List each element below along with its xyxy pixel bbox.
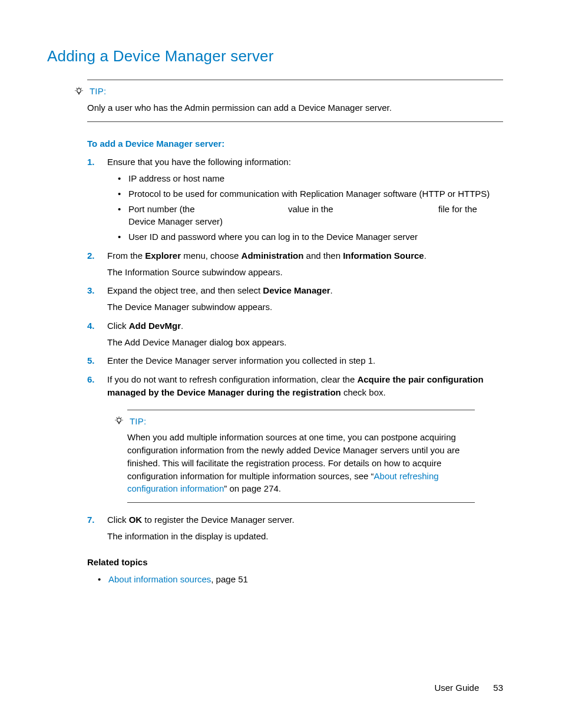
tip-header: TIP:	[87, 85, 503, 98]
page-title: Adding a Device Manager server	[47, 47, 509, 65]
bullet-port: Port number (the value in the file for t…	[118, 203, 503, 229]
svg-line-12	[117, 418, 117, 419]
step-3-note: The Device Manager subwindow appears.	[107, 301, 503, 314]
step-7: Click OK to register the Device Manager …	[87, 513, 503, 543]
step-text: Ensure that you have the following infor…	[107, 157, 291, 167]
page: Adding a Device Manager server	[0, 0, 562, 728]
step-5-text: Enter the Device Manager server informat…	[107, 355, 375, 365]
related-topics-heading: Related topics	[87, 556, 503, 569]
related-item: About information sources, page 51	[98, 573, 503, 586]
tip-header: TIP:	[127, 415, 475, 428]
step-6: If you do not want to refresh configurat…	[87, 373, 503, 503]
related-topics-list: About information sources, page 51	[98, 573, 503, 586]
content-body: TIP: Only a user who has the Admin permi…	[87, 80, 503, 586]
page-number: 53	[493, 683, 503, 693]
svg-line-5	[81, 88, 81, 88]
tip-body-text: Only a user who has the Admin permission…	[87, 101, 503, 114]
link-info-sources[interactable]: About information sources	[108, 574, 211, 584]
step-4: Click Add DevMgr. The Add Device Manager…	[87, 319, 503, 349]
svg-line-4	[77, 88, 77, 88]
step-5: Enter the Device Manager server informat…	[87, 354, 503, 367]
svg-point-8	[117, 419, 121, 423]
footer-label: User Guide	[434, 683, 479, 693]
step-4-note: The Add Device Manager dialog box appear…	[107, 336, 503, 349]
lightbulb-icon	[114, 416, 124, 426]
procedure-heading: To add a Device Manager server:	[87, 137, 503, 150]
steps-list: Ensure that you have the following infor…	[87, 156, 503, 542]
step-2: From the Explorer menu, choose Administr…	[87, 249, 503, 279]
step-7-note: The information in the display is update…	[107, 530, 503, 543]
step-2-note: The Information Source subwindow appears…	[107, 266, 503, 279]
step-1-sublist: IP address or host name Protocol to be u…	[118, 172, 503, 243]
tip-label: TIP:	[130, 415, 146, 428]
bullet-ip: IP address or host name	[118, 172, 503, 185]
tip-label: TIP:	[90, 85, 106, 98]
svg-point-0	[77, 88, 81, 93]
lightbulb-icon	[74, 87, 84, 96]
tip-body-text: When you add multiple information source…	[127, 431, 475, 495]
tip-block-1: TIP: Only a user who has the Admin permi…	[87, 80, 503, 122]
tip-block-2: TIP: When you add multiple information s…	[127, 410, 475, 503]
page-footer: User Guide 53	[434, 683, 503, 693]
svg-line-13	[121, 418, 121, 419]
step-3: Expand the object tree, and then select …	[87, 284, 503, 314]
bullet-userid: User ID and password where you can log i…	[118, 230, 503, 243]
step-1: Ensure that you have the following infor…	[87, 156, 503, 243]
bullet-protocol: Protocol to be used for communication wi…	[118, 187, 503, 200]
